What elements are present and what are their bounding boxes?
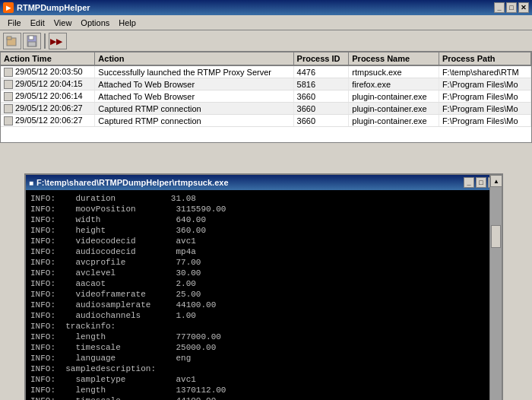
table-cell-2: 5816 <box>293 78 349 90</box>
scroll-thumb[interactable] <box>491 225 501 248</box>
table-cell-4: F:\Program Files\Mo <box>439 78 530 90</box>
table-cell-3: plugin-container.exe <box>349 103 439 115</box>
console-content: INFO: duration 31.08 INFO: moovPosition … <box>26 190 502 400</box>
row-icon <box>4 116 13 125</box>
svg-text:▶▶: ▶▶ <box>50 37 63 46</box>
table-cell-1: Successfully launched the RTMP Proxy Ser… <box>95 65 293 78</box>
close-button[interactable]: ✕ <box>518 2 529 13</box>
row-icon <box>4 80 13 89</box>
table-cell-3: firefox.exe <box>349 78 439 90</box>
svg-rect-3 <box>29 36 33 40</box>
col-header-path: Process Path <box>439 52 530 65</box>
window-controls: _ □ ✕ <box>494 2 529 13</box>
table-row[interactable]: 29/05/12 20:06:27Captured RTMP connectio… <box>1 103 531 115</box>
col-header-process: Process Name <box>349 52 439 65</box>
main-table-container: Action Time Action Process ID Process Na… <box>0 52 532 143</box>
row-icon <box>4 92 13 101</box>
console-minimize-button[interactable]: _ <box>464 177 474 188</box>
row-icon <box>4 104 13 113</box>
minimize-button[interactable]: _ <box>494 2 505 13</box>
title-bar: ▶ RTMPDumpHelper _ □ ✕ <box>0 0 532 15</box>
main-wrapper: Action Time Action Process ID Process Na… <box>0 52 532 400</box>
app-icon: ▶ <box>3 2 14 13</box>
table-cell-1: Captured RTMP connection <box>95 115 293 127</box>
menu-edit[interactable]: Edit <box>26 17 49 29</box>
table-cell-2: 4476 <box>293 65 349 78</box>
table-cell-4: F:\Program Files\Mo <box>439 115 530 127</box>
table-cell-3: plugin-container.exe <box>349 115 439 127</box>
menu-file[interactable]: File <box>3 17 26 29</box>
table-cell-4: F:\Program Files\Mo <box>439 90 530 103</box>
table-cell-0: 29/05/12 20:04:15 <box>1 78 95 90</box>
row-icon <box>4 68 13 77</box>
table-cell-1: Attached To Web Browser <box>95 90 293 103</box>
console-maximize-button[interactable]: □ <box>476 177 486 188</box>
table-cell-0: 29/05/12 20:03:50 <box>1 65 95 78</box>
table-cell-3: plugin-container.exe <box>349 90 439 103</box>
table-row[interactable]: 29/05/12 20:06:14Attached To Web Browser… <box>1 90 531 103</box>
table-cell-2: 3660 <box>293 103 349 115</box>
table-cell-2: 3660 <box>293 90 349 103</box>
menu-options[interactable]: Options <box>76 17 114 29</box>
table-cell-1: Attached To Web Browser <box>95 78 293 90</box>
menu-help[interactable]: Help <box>114 17 141 29</box>
svg-rect-1 <box>7 37 11 40</box>
menu-view[interactable]: View <box>49 17 77 29</box>
maximize-button[interactable]: □ <box>506 2 517 13</box>
console-window: ■ F:\temp\shared\RTMPDumpHelper\rtmpsuck… <box>24 173 503 400</box>
open-button[interactable] <box>3 33 21 49</box>
col-header-pid: Process ID <box>293 52 349 65</box>
table-row[interactable]: 29/05/12 20:03:50Successfully launched t… <box>1 65 531 78</box>
window-title: RTMPDumpHelper <box>17 3 90 12</box>
table-cell-4: F:\temp\shared\RTM <box>439 65 530 78</box>
svg-rect-4 <box>28 42 36 46</box>
console-title: F:\temp\shared\RTMPDumpHelper\rtmpsuck.e… <box>36 178 228 187</box>
table-cell-0: 29/05/12 20:06:27 <box>1 115 95 127</box>
col-header-action: Action <box>95 52 293 65</box>
table-cell-1: Captured RTMP connection <box>95 103 293 115</box>
save-button[interactable] <box>23 33 41 49</box>
toolbar: ▶▶ <box>0 30 532 52</box>
table-cell-0: 29/05/12 20:06:14 <box>1 90 95 103</box>
table-cell-4: F:\Program Files\Mo <box>439 103 530 115</box>
console-title-bar: ■ F:\temp\shared\RTMPDumpHelper\rtmpsuck… <box>26 175 502 190</box>
menu-bar: File Edit View Options Help <box>0 15 532 30</box>
rtmp-button[interactable]: ▶▶ <box>49 33 67 49</box>
table-cell-0: 29/05/12 20:06:27 <box>1 103 95 115</box>
main-table: Action Time Action Process ID Process Na… <box>1 52 531 127</box>
table-cell-3: rtmpsuck.exe <box>349 65 439 78</box>
console-text: INFO: duration 31.08 INFO: moovPosition … <box>30 193 497 400</box>
table-row[interactable]: 29/05/12 20:04:15Attached To Web Browser… <box>1 78 531 90</box>
console-scrollbar[interactable]: ▲ ▼ <box>489 190 502 400</box>
toolbar-separator <box>44 33 46 49</box>
table-row[interactable]: 29/05/12 20:06:27Captured RTMP connectio… <box>1 115 531 127</box>
col-header-time: Action Time <box>1 52 95 65</box>
table-cell-2: 3660 <box>293 115 349 127</box>
